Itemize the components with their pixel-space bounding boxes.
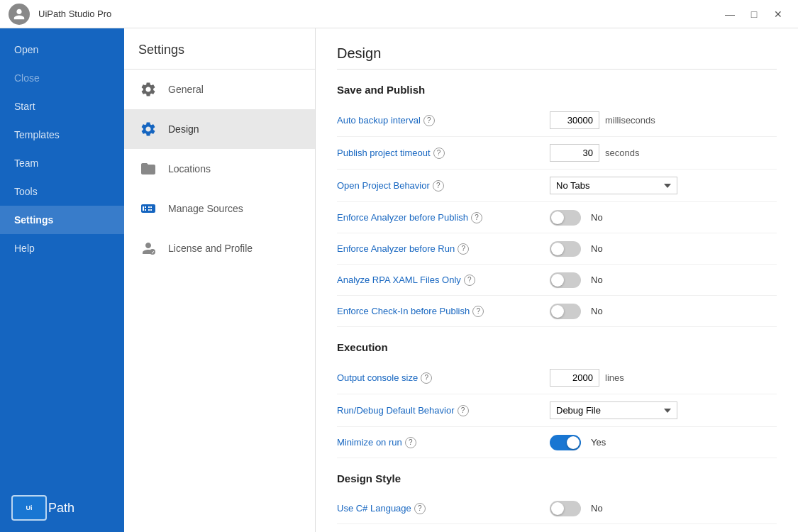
enforce-analyzer-run-row: Enforce Analyzer before Run ? No: [337, 233, 777, 265]
enforce-analyzer-run-control: No: [550, 241, 603, 257]
content-scroll[interactable]: Design Save and Publish Auto backup inte…: [316, 28, 798, 532]
save-publish-subsection: Save and Publish: [337, 84, 777, 96]
minimize-on-run-value: Yes: [591, 437, 606, 448]
analyze-rpa-row: Analyze RPA XAML Files Only ? No: [337, 265, 777, 296]
settings-menu-design[interactable]: Design: [124, 109, 315, 149]
logo-box: Ui: [11, 495, 47, 521]
nav-item-start[interactable]: Start: [0, 92, 124, 121]
enforce-checkin-help-icon[interactable]: ?: [472, 306, 484, 317]
logo-text: Path: [48, 501, 74, 516]
analyze-rpa-help-icon[interactable]: ?: [464, 275, 475, 286]
auto-backup-input[interactable]: [550, 111, 599, 129]
settings-menu-design-label: Design: [168, 123, 199, 135]
use-csharp-value: No: [591, 503, 603, 514]
nav-item-close[interactable]: Close: [0, 64, 124, 92]
enforce-analyzer-publish-help-icon[interactable]: ?: [471, 212, 482, 223]
enforce-checkin-label: Enforce Check-In before Publish ?: [337, 306, 550, 317]
open-project-behavior-row: Open Project Behavior ? No Tabs Last Use…: [337, 170, 777, 202]
use-csharp-control: No: [550, 501, 603, 516]
settings-menu-locations[interactable]: Locations: [124, 149, 315, 189]
enforce-analyzer-run-toggle[interactable]: [550, 241, 581, 257]
auto-backup-row: Auto backup interval ? milliseconds: [337, 104, 777, 137]
open-project-select[interactable]: No Tabs Last Used Start Page: [550, 177, 677, 194]
nav-item-tools[interactable]: Tools: [0, 177, 124, 206]
open-project-label: Open Project Behavior ?: [337, 180, 550, 192]
settings-menu-general-label: General: [168, 84, 204, 95]
enforce-checkin-toggle[interactable]: [550, 304, 581, 319]
nav-item-help[interactable]: Help: [0, 234, 124, 262]
toggle-thumb-5: [567, 436, 580, 449]
use-csharp-help-icon[interactable]: ?: [414, 503, 426, 514]
analyze-rpa-control: No: [550, 272, 603, 288]
user-avatar[interactable]: [9, 4, 30, 25]
settings-title: Settings: [124, 43, 315, 70]
minimize-on-run-label: Minimize on run ?: [337, 437, 550, 448]
enforce-analyzer-run-label: Enforce Analyzer before Run ?: [337, 243, 550, 255]
output-console-label: Output console size ?: [337, 372, 550, 384]
analyze-rpa-value: No: [591, 275, 603, 285]
minimize-on-run-help-icon[interactable]: ?: [405, 437, 416, 448]
settings-menu-locations-label: Locations: [168, 163, 211, 174]
enforce-analyzer-publish-toggle[interactable]: [550, 210, 581, 226]
settings-menu-license-profile[interactable]: ✓ License and Profile: [124, 228, 315, 268]
output-console-input[interactable]: [550, 369, 599, 387]
output-console-row: Output console size ? lines: [337, 362, 777, 394]
enforce-analyzer-run-value: No: [591, 243, 603, 254]
settings-menu-license-profile-label: License and Profile: [168, 243, 253, 254]
auto-backup-label: Auto backup interval ?: [337, 115, 550, 126]
nav-item-templates[interactable]: Templates: [0, 121, 124, 149]
manage-sources-icon: [138, 199, 158, 218]
minimize-button[interactable]: —: [719, 3, 741, 26]
enforce-checkin-control: No: [550, 304, 603, 319]
enforce-analyzer-run-help-icon[interactable]: ?: [458, 243, 469, 255]
open-project-control: No Tabs Last Used Start Page: [550, 177, 677, 194]
enforce-checkin-value: No: [591, 306, 603, 316]
enforce-analyzer-publish-row: Enforce Analyzer before Publish ? No: [337, 202, 777, 233]
nav-item-team[interactable]: Team: [0, 149, 124, 177]
debug-behavior-label: Run/Debug Default Behavior ?: [337, 405, 550, 416]
enforce-analyzer-publish-control: No: [550, 210, 603, 226]
app-body: Open Close Start Templates Team Tools Se…: [0, 28, 798, 532]
person-badge-icon: ✓: [138, 238, 158, 258]
publish-timeout-label: Publish project timeout ?: [337, 148, 550, 159]
publish-timeout-help-icon[interactable]: ?: [433, 148, 445, 159]
execution-subsection: Execution: [337, 341, 777, 353]
settings-menu-general[interactable]: General: [124, 70, 315, 109]
debug-behavior-select[interactable]: Debug File Run File Debug Project: [550, 401, 677, 419]
design-section-title: Design: [337, 45, 777, 70]
open-project-help-icon[interactable]: ?: [433, 180, 444, 192]
settings-menu-manage-sources[interactable]: Manage Sources: [124, 189, 315, 228]
debug-behavior-help-icon[interactable]: ?: [458, 405, 469, 416]
use-csharp-toggle[interactable]: [550, 501, 581, 516]
left-nav: Open Close Start Templates Team Tools Se…: [0, 28, 124, 532]
window-controls: — □ ✕: [719, 3, 789, 26]
output-console-help-icon[interactable]: ?: [421, 372, 432, 384]
auto-backup-help-icon[interactable]: ?: [423, 115, 435, 126]
enforce-analyzer-publish-value: No: [591, 212, 603, 223]
maximize-button[interactable]: □: [743, 3, 765, 26]
analyze-rpa-toggle[interactable]: [550, 272, 581, 288]
toggle-thumb: [551, 211, 564, 224]
minimize-on-run-toggle[interactable]: [550, 435, 581, 450]
titlebar: UiPath Studio Pro — □ ✕: [0, 0, 798, 28]
publish-timeout-unit: seconds: [605, 148, 639, 158]
settings-menu-manage-sources-label: Manage Sources: [168, 203, 243, 214]
minimize-on-run-row: Minimize on run ? Yes: [337, 427, 777, 458]
toggle-thumb-4: [551, 305, 564, 318]
content-area: Design Save and Publish Auto backup inte…: [316, 28, 798, 532]
output-console-control: lines: [550, 369, 624, 387]
publish-timeout-row: Publish project timeout ? seconds: [337, 137, 777, 170]
nav-item-settings[interactable]: Settings: [0, 206, 124, 234]
auto-backup-unit: milliseconds: [605, 115, 655, 126]
settings-sidebar: Settings General Design Locations: [124, 28, 316, 532]
auto-backup-control: milliseconds: [550, 111, 655, 129]
app-title: UiPath Studio Pro: [38, 9, 111, 19]
folder-icon: [138, 159, 158, 179]
design-gear-icon: [138, 119, 158, 139]
close-button[interactable]: ✕: [767, 3, 789, 26]
debug-behavior-control: Debug File Run File Debug Project: [550, 401, 677, 419]
use-csharp-row: Use C# Language ? No: [337, 493, 777, 524]
nav-item-open[interactable]: Open: [0, 35, 124, 64]
publish-timeout-input[interactable]: [550, 144, 599, 162]
toggle-thumb-6: [551, 502, 564, 515]
